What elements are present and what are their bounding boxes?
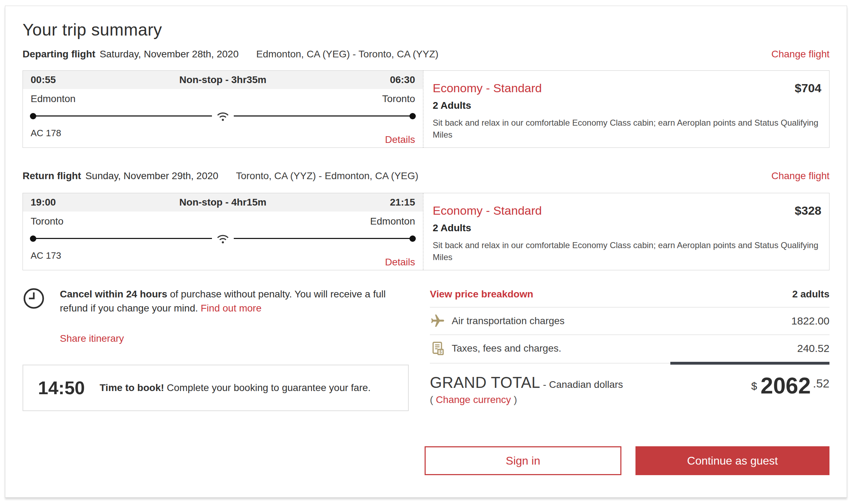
booking-countdown-timer: 14:50	[38, 377, 85, 398]
continue-as-guest-button[interactable]: Continue as guest	[635, 446, 829, 475]
return-flight-date: Sunday, November 29th, 2020	[85, 170, 218, 182]
departing-flight-card: 00:55 Non-stop - 3hr35m 06:30 Edmonton T…	[23, 70, 829, 148]
departing-fare-name: Economy - Standard	[433, 81, 542, 95]
departing-flight-route: Edmonton, CA (YEG) - Toronto, CA (YYZ)	[256, 49, 439, 60]
return-flight-route: Toronto, CA (YYZ) - Edmonton, CA (YEG)	[236, 170, 418, 182]
departing-times-strip: 00:55 Non-stop - 3hr35m 06:30	[23, 71, 423, 89]
cancel-notice-bold: Cancel within 24 hours	[60, 289, 167, 300]
change-currency-link[interactable]: Change currency	[436, 394, 511, 405]
taxes-fees-amount: 240.52	[797, 342, 829, 354]
return-flight-number: AC 173	[31, 250, 415, 261]
grand-total-divider	[430, 362, 829, 365]
grand-total-label: GRAND TOTAL	[430, 374, 540, 391]
departing-flight-number: AC 178	[31, 128, 415, 139]
air-transportation-amount: 1822.00	[791, 315, 829, 327]
departing-flight-header: Departing flight Saturday, November 28th…	[23, 49, 829, 60]
departing-flight-itinerary: 00:55 Non-stop - 3hr35m 06:30 Edmonton T…	[23, 71, 423, 147]
return-times-strip: 19:00 Non-stop - 4hr15m 21:15	[23, 193, 423, 212]
return-passengers: 2 Adults	[433, 222, 821, 234]
grand-total-currency-note: - Canadian dollars	[543, 379, 623, 390]
grand-total-dollars: 2062	[760, 374, 810, 397]
page-title: Your trip summary	[23, 20, 829, 39]
airplane-icon	[430, 313, 446, 329]
return-depart-time: 19:00	[31, 197, 56, 208]
departing-origin-city: Edmonton	[31, 93, 76, 105]
return-flight-timeline	[31, 235, 415, 242]
return-destination-city: Edmonton	[370, 216, 415, 227]
return-flight-label: Return flight	[23, 170, 81, 182]
return-origin-city: Toronto	[31, 216, 63, 227]
change-return-flight-link[interactable]: Change flight	[771, 170, 829, 182]
return-flight-itinerary: 19:00 Non-stop - 4hr15m 21:15 Toronto Ed…	[23, 193, 423, 270]
time-to-book-text: Complete your booking to guarantee your …	[164, 382, 371, 393]
departing-destination-city: Toronto	[382, 93, 415, 105]
trip-summary-card: Your trip summary Departing flight Satur…	[5, 6, 847, 498]
svg-text:$: $	[439, 349, 442, 354]
paren-open: (	[430, 394, 433, 405]
sign-in-button[interactable]: Sign in	[425, 446, 621, 475]
change-departing-flight-link[interactable]: Change flight	[771, 49, 829, 60]
grand-total-currency-symbol: $	[751, 380, 757, 392]
air-transportation-label: Air transportation charges	[452, 315, 565, 327]
cancel-and-timer-column: Cancel within 24 hours of purchase witho…	[23, 287, 409, 411]
wifi-icon	[212, 232, 234, 245]
wifi-icon	[212, 110, 234, 122]
cancel-notice: Cancel within 24 hours of purchase witho…	[23, 287, 409, 315]
departing-flight-date: Saturday, November 28th, 2020	[100, 49, 239, 60]
paren-close: )	[514, 394, 517, 405]
breakdown-adults-count: 2 adults	[792, 289, 829, 300]
return-fare-price: $328	[795, 204, 821, 218]
air-transportation-row: Air transportation charges 1822.00	[430, 308, 829, 335]
departing-details-link[interactable]: Details	[385, 134, 415, 145]
return-arrive-time: 21:15	[390, 197, 415, 208]
grand-total-cents: .52	[813, 377, 829, 390]
taxes-icon: $	[430, 341, 446, 356]
find-out-more-link[interactable]: Find out more	[201, 303, 262, 314]
taxes-fees-row: $ Taxes, fees and charges. 240.52	[430, 335, 829, 362]
departing-flight-label: Departing flight	[23, 49, 95, 60]
share-itinerary-link[interactable]: Share itinerary	[60, 333, 124, 344]
action-buttons-row: Sign in Continue as guest	[23, 446, 829, 475]
departing-flight-timeline	[31, 112, 415, 120]
grand-total-row: GRAND TOTAL - Canadian dollars ( Change …	[430, 374, 829, 405]
clock-icon	[23, 287, 45, 315]
time-to-book-bold: Time to book!	[100, 382, 164, 393]
departing-arrive-time: 06:30	[390, 74, 415, 86]
departing-passengers: 2 Adults	[433, 100, 821, 111]
departing-fare-panel: Economy - Standard $704 2 Adults Sit bac…	[423, 71, 829, 147]
return-flight-card: 19:00 Non-stop - 4hr15m 21:15 Toronto Ed…	[23, 193, 829, 270]
return-fare-panel: Economy - Standard $328 2 Adults Sit bac…	[423, 193, 829, 270]
departing-fare-description: Sit back and relax in our comfortable Ec…	[433, 117, 821, 141]
return-stops-duration: Non-stop - 4hr15m	[56, 197, 390, 208]
departing-depart-time: 00:55	[31, 74, 56, 86]
return-details-link[interactable]: Details	[385, 257, 415, 268]
departing-stops-duration: Non-stop - 3hr35m	[56, 74, 390, 86]
price-breakdown-panel: View price breakdown 2 adults Air transp…	[430, 287, 829, 411]
taxes-fees-label: Taxes, fees and charges.	[452, 343, 561, 354]
return-fare-name: Economy - Standard	[433, 204, 542, 218]
return-fare-description: Sit back and relax in our comfortable Ec…	[433, 239, 821, 263]
departing-fare-price: $704	[795, 81, 821, 95]
grand-total-amount: $ 2062 .52	[751, 374, 829, 405]
view-price-breakdown-link[interactable]: View price breakdown	[430, 289, 533, 300]
time-to-book-box: 14:50 Time to book! Complete your bookin…	[23, 365, 409, 411]
return-flight-header: Return flight Sunday, November 29th, 202…	[23, 170, 829, 182]
